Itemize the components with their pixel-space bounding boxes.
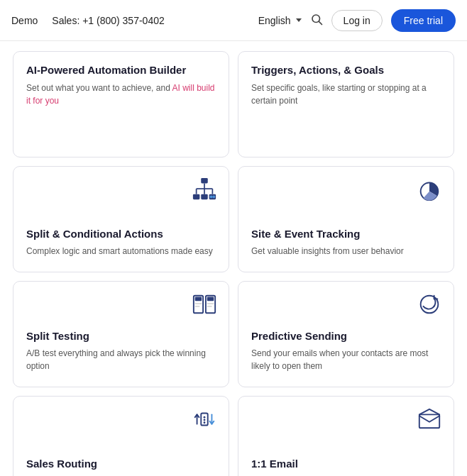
feature-grid: AI-Powered Automation Builder Set out wh… <box>0 41 467 476</box>
demo-label: Demo <box>11 15 38 26</box>
svg-point-11 <box>210 196 213 199</box>
card-desc: Get valuable insights from user behavior <box>251 245 441 258</box>
desc-link[interactable]: AI will build it for you <box>26 83 215 106</box>
card-1to1-email[interactable]: 1:1 Email Deliver personal experiences a… <box>238 396 454 476</box>
card-split-testing[interactable]: Split Testing A/B test everything and al… <box>13 281 229 387</box>
svg-point-12 <box>212 196 215 199</box>
routing-icon <box>192 406 217 437</box>
svg-rect-17 <box>207 297 214 301</box>
svg-point-28 <box>204 421 206 424</box>
split-screen-icon <box>192 292 217 322</box>
svg-rect-4 <box>201 194 207 200</box>
card-title: AI-Powered Automation Builder <box>26 63 216 77</box>
svg-rect-3 <box>193 194 199 200</box>
card-title: Split Testing <box>26 301 216 343</box>
card-triggers-actions[interactable]: Triggers, Actions, & Goals Set specific … <box>238 51 454 157</box>
card-desc: Set specific goals, like starting or sto… <box>251 82 441 107</box>
svg-point-27 <box>204 419 206 421</box>
card-title: Site & Event Tracking <box>251 199 441 241</box>
card-site-event-tracking[interactable]: Site & Event Tracking Get valuable insig… <box>238 166 454 272</box>
refresh-chart-icon <box>417 292 442 322</box>
card-desc: Set out what you want to achieve, and AI… <box>26 82 216 107</box>
svg-point-26 <box>204 416 206 419</box>
navbar: Demo Sales: +1 (800) 357-0402 English Lo… <box>0 0 467 41</box>
card-ai-builder[interactable]: AI-Powered Automation Builder Set out wh… <box>13 51 229 157</box>
free-trial-button[interactable]: Free trial <box>391 9 456 32</box>
language-selector[interactable]: English <box>258 15 302 26</box>
search-icon[interactable] <box>310 13 323 28</box>
card-title: 1:1 Email <box>251 428 441 471</box>
sales-number: Sales: +1 (800) 357-0402 <box>52 15 249 26</box>
svg-line-1 <box>319 21 322 24</box>
card-title: Predictive Sending <box>251 301 441 343</box>
card-title: Sales Routing <box>26 428 216 471</box>
card-title: Triggers, Actions, & Goals <box>251 63 441 77</box>
svg-rect-16 <box>195 297 202 301</box>
login-button[interactable]: Log in <box>331 10 383 31</box>
open-mail-icon <box>417 406 442 437</box>
card-desc: Complex logic and smart automations made… <box>26 245 216 258</box>
svg-rect-2 <box>201 178 207 184</box>
org-chart-icon <box>192 177 217 207</box>
card-predictive-sending[interactable]: Predictive Sending Send your emails when… <box>238 281 454 387</box>
pie-chart-icon <box>417 177 442 207</box>
chevron-down-icon <box>296 18 302 22</box>
language-label: English <box>258 15 291 26</box>
card-split-conditional[interactable]: Split & Conditional Actions Complex logi… <box>13 166 229 272</box>
card-desc: A/B test everything and always pick the … <box>26 347 216 372</box>
card-title: Split & Conditional Actions <box>26 199 216 241</box>
card-desc: Send your emails when your contacts are … <box>251 347 441 372</box>
card-sales-routing[interactable]: Sales Routing Automate and optimize your… <box>13 396 229 476</box>
